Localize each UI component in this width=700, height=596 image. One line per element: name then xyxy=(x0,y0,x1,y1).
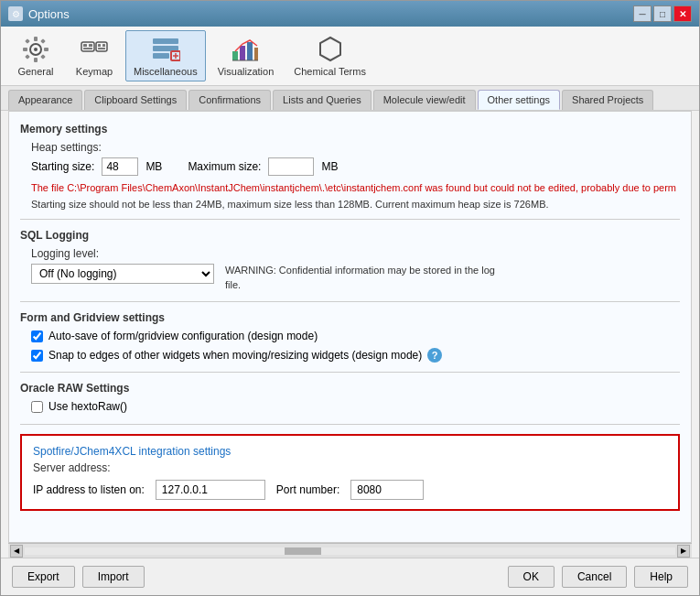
tab-appearance[interactable]: Appearance xyxy=(8,90,82,110)
toolbar-miscellaneous[interactable]: Miscellaneous xyxy=(125,30,206,81)
maximum-size-input[interactable] xyxy=(268,157,314,176)
memory-section-title: Memory settings xyxy=(20,123,680,135)
starting-unit: MB xyxy=(145,160,162,173)
svg-point-1 xyxy=(34,48,38,51)
tab-lists-queries[interactable]: Lists and Queries xyxy=(273,90,372,110)
window-title: Options xyxy=(28,7,70,21)
divider-2 xyxy=(20,301,680,302)
toolbar-general[interactable]: General xyxy=(8,30,63,81)
svg-rect-4 xyxy=(23,48,27,51)
tab-other-settings[interactable]: Other settings xyxy=(478,90,560,110)
misc-icon xyxy=(151,35,180,64)
toolbar-visualization[interactable]: Visualization xyxy=(210,30,283,81)
svg-rect-14 xyxy=(96,42,107,51)
svg-rect-2 xyxy=(34,37,38,41)
starting-size-input[interactable] xyxy=(102,157,138,176)
hextoraw-label: Use hextoRaw() xyxy=(48,400,127,413)
scroll-left-arrow[interactable]: ◀ xyxy=(10,545,23,558)
export-button[interactable]: Export xyxy=(12,566,75,588)
svg-rect-24 xyxy=(232,51,238,60)
toolbar-general-label: General xyxy=(17,66,53,77)
svg-rect-3 xyxy=(34,58,38,62)
toolbar-chemical-terms[interactable]: Chemical Terms xyxy=(285,30,374,81)
integration-title: Spotfire/JChem4XCL integration settings xyxy=(33,445,667,458)
warning-text: The file C:\Program Files\ChemAxon\Insta… xyxy=(31,181,680,195)
general-icon xyxy=(21,35,50,64)
toolbar-misc-label: Miscellaneous xyxy=(134,66,198,77)
svg-rect-11 xyxy=(83,44,87,47)
hextoraw-row: Use hextoRaw() xyxy=(31,400,680,413)
svg-rect-16 xyxy=(102,44,105,47)
heap-label: Heap settings: xyxy=(31,141,680,154)
footer-right: OK Cancel Help xyxy=(508,566,688,588)
server-label: Server address: xyxy=(33,461,667,474)
divider-1 xyxy=(20,219,680,220)
title-buttons: ─ □ ✕ xyxy=(633,5,692,22)
svg-rect-20 xyxy=(153,53,169,59)
svg-rect-12 xyxy=(89,44,92,47)
tab-clipboard[interactable]: Clipboard Settings xyxy=(84,90,187,110)
import-button[interactable]: Import xyxy=(82,566,145,588)
toolbar-keymap[interactable]: Keymap xyxy=(67,30,122,81)
scroll-thumb[interactable] xyxy=(285,547,321,555)
scroll-track[interactable] xyxy=(25,547,675,555)
tab-molecule-view[interactable]: Molecule view/edit xyxy=(373,90,476,110)
svg-rect-9 xyxy=(40,54,46,60)
svg-rect-6 xyxy=(25,38,30,44)
sql-row: Off (No logging) WARNING: Confidential i… xyxy=(31,264,680,292)
starting-label: Starting size: xyxy=(31,160,94,173)
svg-rect-27 xyxy=(254,48,258,60)
maximize-button[interactable]: □ xyxy=(653,5,672,22)
svg-rect-17 xyxy=(98,48,105,49)
svg-rect-15 xyxy=(98,44,101,47)
scroll-right-arrow[interactable]: ▶ xyxy=(677,545,690,558)
ip-label: IP address to listen on: xyxy=(33,483,145,496)
help-button[interactable]: Help xyxy=(634,566,688,588)
maximum-label: Maximum size: xyxy=(188,160,261,173)
form-section-title: Form and Gridview settings xyxy=(20,311,680,324)
svg-rect-26 xyxy=(247,42,253,60)
tab-shared-projects[interactable]: Shared Projects xyxy=(562,90,653,110)
svg-rect-7 xyxy=(40,38,46,44)
hextoraw-checkbox[interactable] xyxy=(31,401,43,413)
keymap-icon xyxy=(80,35,109,64)
tab-confirmations[interactable]: Confirmations xyxy=(188,90,271,110)
footer-left: Export Import xyxy=(12,566,145,588)
size-row: Starting size: MB Maximum size: MB xyxy=(31,157,680,176)
server-row: IP address to listen on: Port number: xyxy=(33,480,667,500)
logging-select[interactable]: Off (No logging) xyxy=(31,264,214,284)
svg-rect-10 xyxy=(81,42,94,51)
svg-marker-29 xyxy=(320,38,340,60)
help-icon[interactable]: ? xyxy=(427,348,442,363)
close-button[interactable]: ✕ xyxy=(673,5,692,22)
toolbar: General Keymap xyxy=(1,27,699,86)
autosave-label: Auto-save of form/gridview configuration… xyxy=(48,330,318,342)
svg-rect-25 xyxy=(240,46,245,60)
scrollbar[interactable]: ◀ ▶ xyxy=(8,543,692,558)
snap-checkbox[interactable] xyxy=(31,350,43,362)
autosave-row: Auto-save of form/gridview configuration… xyxy=(31,330,680,342)
app-icon: ⚙ xyxy=(8,6,23,21)
title-bar: ⚙ Options ─ □ ✕ xyxy=(1,1,699,27)
snap-label: Snap to edges of other widgets when movi… xyxy=(48,349,422,362)
svg-rect-8 xyxy=(25,54,30,60)
divider-4 xyxy=(20,424,680,425)
title-bar-left: ⚙ Options xyxy=(8,6,70,21)
oracle-section: Oracle RAW Settings Use hextoRaw() xyxy=(20,382,680,413)
ip-address-input[interactable] xyxy=(156,480,265,500)
port-label: Port number: xyxy=(276,483,339,496)
oracle-section-title: Oracle RAW Settings xyxy=(20,382,680,395)
integration-box: Spotfire/JChem4XCL integration settings … xyxy=(20,434,680,511)
cancel-button[interactable]: Cancel xyxy=(562,566,627,588)
svg-rect-5 xyxy=(44,48,48,51)
minimize-button[interactable]: ─ xyxy=(633,5,652,22)
visualization-icon xyxy=(231,35,260,64)
tabs-bar: Appearance Clipboard Settings Confirmati… xyxy=(1,86,699,111)
port-input[interactable] xyxy=(350,480,424,500)
footer: Export Import OK Cancel Help xyxy=(1,558,699,595)
autosave-checkbox[interactable] xyxy=(31,331,43,342)
options-window: ⚙ Options ─ □ ✕ xyxy=(0,0,700,596)
ok-button[interactable]: OK xyxy=(508,566,555,588)
snap-row: Snap to edges of other widgets when movi… xyxy=(31,348,680,363)
logging-label: Logging level: xyxy=(31,247,680,260)
